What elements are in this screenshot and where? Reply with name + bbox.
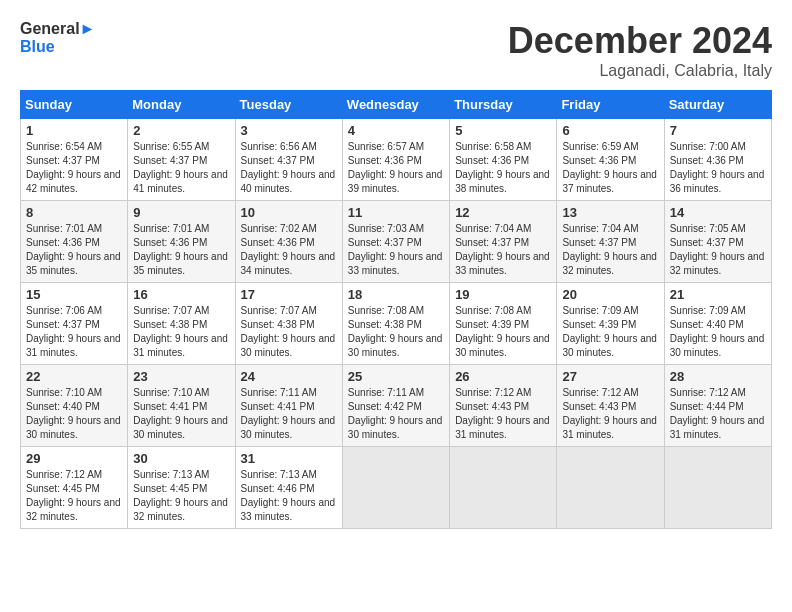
day-number: 19: [455, 287, 551, 302]
day-cell-18: 18 Sunrise: 7:08 AMSunset: 4:38 PMDaylig…: [342, 283, 449, 365]
empty-cell: [342, 447, 449, 529]
col-wednesday: Wednesday: [342, 91, 449, 119]
day-cell-10: 10 Sunrise: 7:02 AMSunset: 4:36 PMDaylig…: [235, 201, 342, 283]
day-cell-9: 9 Sunrise: 7:01 AMSunset: 4:36 PMDayligh…: [128, 201, 235, 283]
day-info: Sunrise: 7:01 AMSunset: 4:36 PMDaylight:…: [26, 223, 121, 276]
day-cell-25: 25 Sunrise: 7:11 AMSunset: 4:42 PMDaylig…: [342, 365, 449, 447]
day-number: 13: [562, 205, 658, 220]
day-info: Sunrise: 7:12 AMSunset: 4:43 PMDaylight:…: [455, 387, 550, 440]
week-row-2: 8 Sunrise: 7:01 AMSunset: 4:36 PMDayligh…: [21, 201, 772, 283]
day-number: 24: [241, 369, 337, 384]
week-row-4: 22 Sunrise: 7:10 AMSunset: 4:40 PMDaylig…: [21, 365, 772, 447]
day-number: 17: [241, 287, 337, 302]
day-info: Sunrise: 7:09 AMSunset: 4:39 PMDaylight:…: [562, 305, 657, 358]
day-number: 28: [670, 369, 766, 384]
day-number: 3: [241, 123, 337, 138]
day-cell-24: 24 Sunrise: 7:11 AMSunset: 4:41 PMDaylig…: [235, 365, 342, 447]
day-info: Sunrise: 7:03 AMSunset: 4:37 PMDaylight:…: [348, 223, 443, 276]
day-info: Sunrise: 7:05 AMSunset: 4:37 PMDaylight:…: [670, 223, 765, 276]
day-info: Sunrise: 7:04 AMSunset: 4:37 PMDaylight:…: [562, 223, 657, 276]
day-number: 20: [562, 287, 658, 302]
day-number: 4: [348, 123, 444, 138]
day-number: 31: [241, 451, 337, 466]
day-info: Sunrise: 6:55 AMSunset: 4:37 PMDaylight:…: [133, 141, 228, 194]
logo: General► Blue: [20, 20, 95, 55]
title-area: December 2024 Laganadi, Calabria, Italy: [508, 20, 772, 80]
day-info: Sunrise: 7:01 AMSunset: 4:36 PMDaylight:…: [133, 223, 228, 276]
day-cell-1: 1 Sunrise: 6:54 AMSunset: 4:37 PMDayligh…: [21, 119, 128, 201]
day-number: 5: [455, 123, 551, 138]
day-cell-16: 16 Sunrise: 7:07 AMSunset: 4:38 PMDaylig…: [128, 283, 235, 365]
day-cell-13: 13 Sunrise: 7:04 AMSunset: 4:37 PMDaylig…: [557, 201, 664, 283]
day-cell-19: 19 Sunrise: 7:08 AMSunset: 4:39 PMDaylig…: [450, 283, 557, 365]
day-info: Sunrise: 6:58 AMSunset: 4:36 PMDaylight:…: [455, 141, 550, 194]
day-number: 14: [670, 205, 766, 220]
day-number: 26: [455, 369, 551, 384]
day-info: Sunrise: 7:12 AMSunset: 4:44 PMDaylight:…: [670, 387, 765, 440]
col-thursday: Thursday: [450, 91, 557, 119]
day-number: 25: [348, 369, 444, 384]
day-info: Sunrise: 7:07 AMSunset: 4:38 PMDaylight:…: [133, 305, 228, 358]
day-cell-6: 6 Sunrise: 6:59 AMSunset: 4:36 PMDayligh…: [557, 119, 664, 201]
empty-cell: [664, 447, 771, 529]
week-row-1: 1 Sunrise: 6:54 AMSunset: 4:37 PMDayligh…: [21, 119, 772, 201]
day-number: 10: [241, 205, 337, 220]
day-number: 22: [26, 369, 122, 384]
empty-cell: [450, 447, 557, 529]
day-cell-5: 5 Sunrise: 6:58 AMSunset: 4:36 PMDayligh…: [450, 119, 557, 201]
day-cell-15: 15 Sunrise: 7:06 AMSunset: 4:37 PMDaylig…: [21, 283, 128, 365]
day-info: Sunrise: 7:13 AMSunset: 4:45 PMDaylight:…: [133, 469, 228, 522]
day-info: Sunrise: 7:11 AMSunset: 4:42 PMDaylight:…: [348, 387, 443, 440]
day-info: Sunrise: 7:08 AMSunset: 4:38 PMDaylight:…: [348, 305, 443, 358]
header: General► Blue December 2024 Laganadi, Ca…: [20, 20, 772, 80]
day-info: Sunrise: 7:11 AMSunset: 4:41 PMDaylight:…: [241, 387, 336, 440]
day-cell-8: 8 Sunrise: 7:01 AMSunset: 4:36 PMDayligh…: [21, 201, 128, 283]
day-cell-2: 2 Sunrise: 6:55 AMSunset: 4:37 PMDayligh…: [128, 119, 235, 201]
day-number: 18: [348, 287, 444, 302]
day-cell-17: 17 Sunrise: 7:07 AMSunset: 4:38 PMDaylig…: [235, 283, 342, 365]
day-number: 11: [348, 205, 444, 220]
day-number: 16: [133, 287, 229, 302]
day-info: Sunrise: 7:09 AMSunset: 4:40 PMDaylight:…: [670, 305, 765, 358]
day-cell-26: 26 Sunrise: 7:12 AMSunset: 4:43 PMDaylig…: [450, 365, 557, 447]
day-info: Sunrise: 7:10 AMSunset: 4:41 PMDaylight:…: [133, 387, 228, 440]
day-cell-31: 31 Sunrise: 7:13 AMSunset: 4:46 PMDaylig…: [235, 447, 342, 529]
day-cell-30: 30 Sunrise: 7:13 AMSunset: 4:45 PMDaylig…: [128, 447, 235, 529]
week-row-3: 15 Sunrise: 7:06 AMSunset: 4:37 PMDaylig…: [21, 283, 772, 365]
empty-cell: [557, 447, 664, 529]
day-info: Sunrise: 7:12 AMSunset: 4:43 PMDaylight:…: [562, 387, 657, 440]
day-cell-28: 28 Sunrise: 7:12 AMSunset: 4:44 PMDaylig…: [664, 365, 771, 447]
day-cell-4: 4 Sunrise: 6:57 AMSunset: 4:36 PMDayligh…: [342, 119, 449, 201]
col-sunday: Sunday: [21, 91, 128, 119]
day-number: 1: [26, 123, 122, 138]
day-info: Sunrise: 7:10 AMSunset: 4:40 PMDaylight:…: [26, 387, 121, 440]
day-number: 7: [670, 123, 766, 138]
day-number: 8: [26, 205, 122, 220]
col-friday: Friday: [557, 91, 664, 119]
month-title: December 2024: [508, 20, 772, 62]
day-info: Sunrise: 6:56 AMSunset: 4:37 PMDaylight:…: [241, 141, 336, 194]
day-number: 21: [670, 287, 766, 302]
day-cell-21: 21 Sunrise: 7:09 AMSunset: 4:40 PMDaylig…: [664, 283, 771, 365]
day-info: Sunrise: 6:59 AMSunset: 4:36 PMDaylight:…: [562, 141, 657, 194]
day-number: 2: [133, 123, 229, 138]
day-info: Sunrise: 7:07 AMSunset: 4:38 PMDaylight:…: [241, 305, 336, 358]
day-number: 6: [562, 123, 658, 138]
day-info: Sunrise: 7:12 AMSunset: 4:45 PMDaylight:…: [26, 469, 121, 522]
day-number: 30: [133, 451, 229, 466]
day-number: 9: [133, 205, 229, 220]
day-info: Sunrise: 7:08 AMSunset: 4:39 PMDaylight:…: [455, 305, 550, 358]
day-cell-23: 23 Sunrise: 7:10 AMSunset: 4:41 PMDaylig…: [128, 365, 235, 447]
col-monday: Monday: [128, 91, 235, 119]
days-of-week-row: Sunday Monday Tuesday Wednesday Thursday…: [21, 91, 772, 119]
day-cell-27: 27 Sunrise: 7:12 AMSunset: 4:43 PMDaylig…: [557, 365, 664, 447]
day-cell-20: 20 Sunrise: 7:09 AMSunset: 4:39 PMDaylig…: [557, 283, 664, 365]
col-saturday: Saturday: [664, 91, 771, 119]
calendar-table: Sunday Monday Tuesday Wednesday Thursday…: [20, 90, 772, 529]
day-info: Sunrise: 7:02 AMSunset: 4:36 PMDaylight:…: [241, 223, 336, 276]
day-info: Sunrise: 7:06 AMSunset: 4:37 PMDaylight:…: [26, 305, 121, 358]
day-cell-11: 11 Sunrise: 7:03 AMSunset: 4:37 PMDaylig…: [342, 201, 449, 283]
day-cell-29: 29 Sunrise: 7:12 AMSunset: 4:45 PMDaylig…: [21, 447, 128, 529]
day-info: Sunrise: 7:13 AMSunset: 4:46 PMDaylight:…: [241, 469, 336, 522]
day-number: 29: [26, 451, 122, 466]
